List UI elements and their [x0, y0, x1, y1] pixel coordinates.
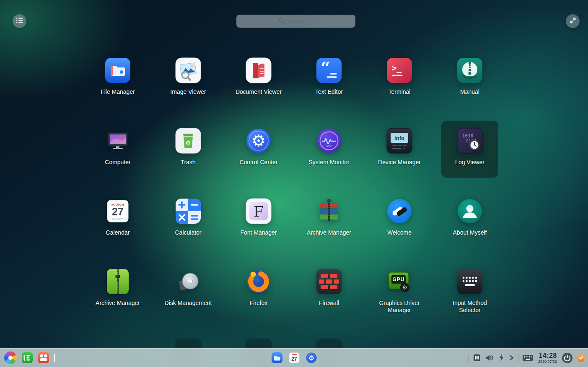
app-calendar[interactable]: MARCH 27 MONDAY Calendar	[89, 191, 146, 248]
app-firefox[interactable]: Firefox	[230, 261, 287, 318]
tray-separator	[518, 354, 518, 362]
display-mode-toggle-button[interactable]	[566, 14, 580, 28]
firewall-icon	[316, 268, 342, 295]
app-log-viewer[interactable]: 1010 0101 Log Viewer	[441, 121, 498, 178]
manual-icon	[456, 57, 483, 84]
app-image-viewer[interactable]: Image Viewer	[160, 50, 217, 107]
input-method-indicator-icon[interactable]	[473, 354, 481, 362]
app-input-method-selector[interactable]: Input Method Selector	[441, 261, 498, 318]
welcome-icon	[386, 198, 413, 225]
app-calculator[interactable]: Calculator	[160, 191, 217, 248]
security-shield-icon[interactable]	[577, 353, 585, 363]
search-input[interactable]	[236, 15, 357, 28]
calendar-icon: MARCH 27 MONDAY	[104, 198, 131, 225]
app-firewall[interactable]: Firewall	[300, 261, 357, 318]
svg-text:MONDAY: MONDAY	[112, 217, 123, 220]
app-text-editor[interactable]: “ Text Editor	[300, 50, 357, 107]
dock-center-group: 27 ⚙	[271, 349, 317, 367]
app-label: Welcome	[387, 229, 412, 236]
app-label: Document Viewer	[236, 88, 282, 96]
terminal-icon: >_	[386, 57, 413, 84]
network-icon[interactable]	[498, 354, 505, 362]
list-lines-icon	[16, 17, 23, 25]
app-label: Disk Management	[165, 300, 212, 307]
app-trash[interactable]: ♻ Trash	[160, 121, 217, 178]
dock-calendar-icon[interactable]: 27	[288, 352, 300, 364]
app-about-myself[interactable]: About Myself	[441, 191, 498, 248]
svg-text:27: 27	[112, 206, 124, 217]
app-label: Calculator	[175, 229, 201, 236]
app-computer[interactable]: Computer	[89, 121, 146, 178]
log-viewer-icon: 1010 0101	[456, 127, 483, 154]
archive-manager-books-icon	[316, 198, 342, 225]
system-monitor-icon: CPU	[316, 127, 342, 154]
svg-text:F: F	[254, 203, 264, 220]
control-center-icon: ⚙	[245, 127, 272, 154]
svg-text:⚙: ⚙	[251, 132, 266, 150]
tray-expand-chevron-icon[interactable]	[508, 354, 514, 361]
taskbar: 27 ⚙	[0, 348, 588, 367]
calculator-icon	[175, 198, 202, 225]
svg-text:⚙: ⚙	[308, 354, 314, 362]
dock-pinned-app-red-icon[interactable]	[38, 352, 49, 364]
app-manual[interactable]: Manual	[441, 50, 498, 107]
app-label: Firefox	[250, 300, 268, 307]
computer-icon	[104, 127, 131, 154]
app-label: Text Editor	[315, 88, 343, 96]
volume-icon[interactable]	[485, 354, 494, 362]
svg-text:“: “	[321, 58, 330, 78]
app-font-manager[interactable]: F Font Manager	[230, 191, 287, 248]
app-label: System Monitor	[308, 159, 349, 166]
tray-group: 14:28 2020/07/02	[469, 349, 585, 367]
document-viewer-icon	[245, 57, 272, 84]
app-control-center[interactable]: ⚙ Control Center	[230, 121, 287, 178]
app-system-monitor[interactable]: CPU System Monitor	[300, 121, 357, 178]
tray-separator	[469, 354, 469, 362]
svg-text:⚙: ⚙	[402, 284, 408, 291]
expand-arrows-icon	[570, 17, 576, 26]
trash-icon: ♻	[175, 127, 202, 154]
app-archive-manager-2[interactable]: Archive Manager	[89, 261, 146, 318]
disk-management-icon	[175, 268, 202, 295]
search-box	[236, 15, 355, 28]
app-label: About Myself	[453, 229, 487, 236]
about-myself-icon	[456, 198, 483, 225]
archive-manager-zip-icon	[104, 268, 131, 295]
app-graphics-driver-manager[interactable]: GPU ⚙ Graphics Driver Manager	[371, 261, 428, 318]
app-label: Computer	[105, 159, 130, 166]
launcher-button[interactable]	[4, 351, 17, 364]
dock-left-group	[4, 349, 55, 367]
power-button[interactable]	[562, 352, 573, 364]
app-welcome[interactable]: Welcome	[371, 191, 428, 248]
text-editor-icon: “	[316, 57, 342, 84]
tray-clock[interactable]: 14:28 2020/07/02	[538, 352, 557, 364]
app-label: File Manager	[101, 88, 135, 96]
svg-text:GPU: GPU	[392, 277, 404, 282]
app-label: Firewall	[319, 300, 339, 307]
onscreen-keyboard-icon[interactable]	[522, 354, 534, 362]
dock-control-center-icon[interactable]: ⚙	[306, 352, 317, 364]
input-method-selector-icon	[456, 268, 483, 295]
device-manager-icon: info	[386, 127, 413, 154]
app-disk-management[interactable]: Disk Management	[160, 261, 217, 318]
app-label: Image Viewer	[170, 88, 206, 96]
app-label: Archive Manager	[96, 300, 140, 307]
app-grid: File Manager Image Viewer	[89, 50, 498, 367]
clock-date: 2020/07/02	[538, 360, 557, 364]
app-label: Terminal	[389, 88, 411, 96]
dock-pinned-app-green-icon[interactable]	[21, 352, 33, 364]
app-label: Log Viewer	[455, 159, 484, 166]
firefox-icon	[245, 268, 272, 295]
svg-text:27: 27	[291, 356, 297, 362]
svg-text:info: info	[394, 135, 404, 141]
app-archive-manager-1[interactable]: Archive Manager	[300, 191, 357, 248]
app-label: Input Method Selector	[441, 300, 498, 314]
category-view-button[interactable]	[13, 14, 26, 28]
app-label: Archive Manager	[307, 229, 351, 236]
app-document-viewer[interactable]: Document Viewer	[230, 50, 287, 107]
app-file-manager[interactable]: File Manager	[89, 50, 146, 107]
app-terminal[interactable]: >_ Terminal	[371, 50, 428, 107]
app-device-manager[interactable]: info Device Manager	[371, 121, 428, 178]
image-viewer-icon	[175, 57, 202, 84]
dock-file-manager-icon[interactable]	[271, 352, 283, 364]
